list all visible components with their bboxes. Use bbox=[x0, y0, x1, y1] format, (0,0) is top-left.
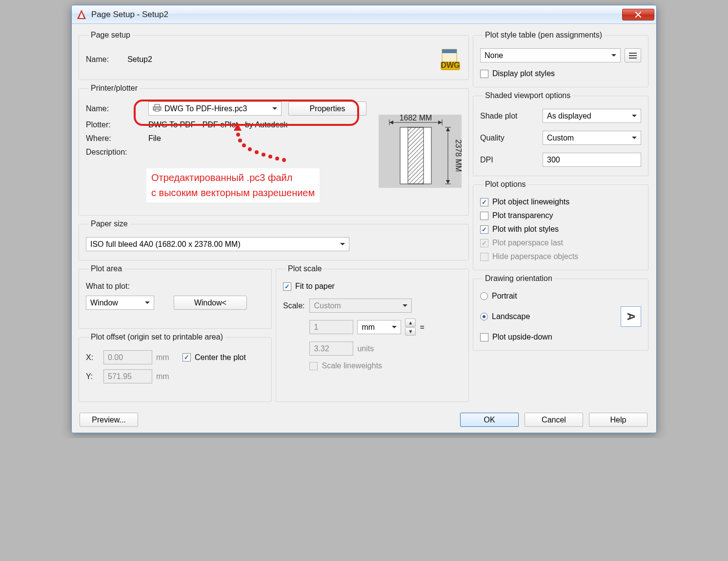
center-the-plot-checkbox[interactable]: Center the plot bbox=[182, 353, 264, 362]
display-plot-styles-checkbox[interactable]: Display plot styles bbox=[480, 69, 641, 78]
window-pick-button[interactable]: Window< bbox=[174, 296, 247, 310]
plot-upside-down-checkbox[interactable]: Plot upside-down bbox=[480, 333, 641, 341]
checkbox-icon bbox=[309, 362, 318, 370]
paper-size-dropdown[interactable]: ISO full bleed 4A0 (1682.00 x 2378.00 MM… bbox=[86, 237, 349, 251]
scale-unit-dropdown[interactable]: mm bbox=[357, 320, 401, 334]
what-to-plot-label: What to plot: bbox=[86, 282, 264, 291]
quality-label: Quality bbox=[480, 134, 538, 142]
plot-options-legend: Plot options bbox=[483, 180, 528, 189]
plot-style-edit-button[interactable] bbox=[625, 48, 641, 62]
dialog-window: Page Setup - Setup2 Page setup Name: Set… bbox=[71, 5, 657, 433]
app-icon bbox=[76, 9, 87, 20]
dwg-icon: DWG bbox=[439, 48, 462, 71]
offset-y-input[interactable]: 571.95 bbox=[103, 369, 152, 383]
titlebar: Page Setup - Setup2 bbox=[72, 5, 656, 24]
annotation-text: Отредактированный .pc3 файл с высоким ве… bbox=[146, 168, 320, 202]
checkbox-icon bbox=[182, 353, 191, 361]
plotter-icon bbox=[153, 104, 162, 114]
printer-name-label: Name: bbox=[86, 104, 143, 113]
plot-with-styles-checkbox[interactable]: Plot with plot styles bbox=[480, 225, 641, 234]
printer-name-dropdown[interactable]: DWG To PDF-Hires.pc3 bbox=[148, 101, 282, 116]
offset-x-label: X: bbox=[86, 353, 100, 362]
checkbox-icon bbox=[480, 253, 488, 261]
svg-point-15 bbox=[275, 157, 279, 160]
equals-label: = bbox=[420, 323, 424, 332]
plot-style-table-dropdown[interactable]: None bbox=[480, 48, 621, 62]
page-setup-legend: Page setup bbox=[89, 31, 132, 40]
paper-preview: 1682 MM 2378 MM bbox=[379, 115, 462, 188]
drawing-orientation-legend: Drawing orientation bbox=[483, 274, 554, 283]
cancel-button[interactable]: Cancel bbox=[525, 413, 583, 427]
where-label: Where: bbox=[86, 134, 143, 143]
plot-style-table-legend: Plot style table (pen assignments) bbox=[483, 31, 604, 40]
offset-x-unit: mm bbox=[156, 353, 179, 362]
window-close-button[interactable] bbox=[622, 9, 654, 20]
svg-rect-26 bbox=[408, 127, 424, 184]
offset-x-input[interactable]: 0.00 bbox=[103, 350, 152, 364]
svg-rect-6 bbox=[155, 109, 159, 111]
scale-denominator-input[interactable]: 3.32 bbox=[309, 341, 353, 356]
quality-dropdown[interactable]: Custom bbox=[543, 131, 641, 145]
plotter-label: Plotter: bbox=[86, 120, 143, 129]
orientation-portrait-radio[interactable]: Portrait bbox=[480, 292, 517, 301]
dialog-body: Page setup Name: Setup2 DWG bbox=[72, 24, 656, 433]
plot-paperspace-last-checkbox: Plot paperspace last bbox=[480, 239, 641, 247]
svg-rect-35 bbox=[629, 58, 637, 59]
drawing-orientation-group: Drawing orientation Portrait Landscape bbox=[473, 274, 648, 351]
plot-scale-legend: Plot scale bbox=[286, 264, 324, 273]
what-to-plot-dropdown[interactable]: Window bbox=[86, 296, 154, 310]
plot-lineweights-checkbox[interactable]: Plot object lineweights bbox=[480, 198, 641, 206]
checkbox-icon bbox=[480, 198, 488, 206]
scale-dropdown[interactable]: Custom bbox=[309, 299, 412, 313]
checkbox-icon bbox=[480, 333, 488, 341]
plot-offset-legend: Plot offset (origin set to printable are… bbox=[89, 333, 225, 341]
svg-text:1682 MM: 1682 MM bbox=[400, 114, 432, 122]
shade-plot-dropdown[interactable]: As displayed bbox=[543, 109, 641, 123]
ok-button[interactable]: OK bbox=[460, 413, 519, 427]
svg-rect-33 bbox=[629, 53, 637, 54]
plot-scale-group: Plot scale Fit to paper Scale: Custom bbox=[276, 264, 469, 402]
preview-button[interactable]: Preview... bbox=[80, 413, 138, 427]
svg-rect-1 bbox=[442, 49, 457, 53]
dpi-label: DPI bbox=[480, 156, 538, 164]
paper-size-group: Paper size ISO full bleed 4A0 (1682.00 x… bbox=[79, 220, 469, 260]
shaded-viewport-legend: Shaded viewport options bbox=[483, 91, 572, 100]
checkbox-icon bbox=[480, 225, 488, 234]
plot-transparency-checkbox[interactable]: Plot transparency bbox=[480, 211, 641, 220]
paper-size-legend: Paper size bbox=[89, 220, 130, 228]
plot-style-table-group: Plot style table (pen assignments) None … bbox=[473, 31, 648, 87]
svg-text:DWG: DWG bbox=[441, 61, 460, 69]
orientation-landscape-radio[interactable]: Landscape bbox=[480, 312, 530, 321]
scale-unit-inc-button[interactable]: ▲ bbox=[405, 319, 416, 327]
where-value: File bbox=[148, 134, 366, 143]
svg-rect-5 bbox=[155, 104, 160, 107]
list-icon bbox=[628, 52, 637, 60]
shade-plot-label: Shade plot bbox=[480, 112, 538, 120]
checkbox-icon bbox=[283, 282, 291, 291]
fit-to-paper-checkbox[interactable]: Fit to paper bbox=[283, 282, 462, 291]
svg-text:2378 MM: 2378 MM bbox=[454, 140, 463, 172]
checkbox-icon bbox=[480, 70, 488, 78]
svg-rect-34 bbox=[629, 55, 637, 56]
scale-numerator-input[interactable]: 1 bbox=[309, 320, 353, 334]
scale-unit-dec-button[interactable]: ▼ bbox=[405, 327, 416, 336]
plotter-value: DWG To PDF - PDF ePlot - by Autodesk bbox=[148, 120, 366, 129]
dpi-input[interactable]: 300 bbox=[543, 153, 641, 167]
printer-plotter-legend: Printer/plotter bbox=[89, 84, 140, 93]
page-setup-name-label: Name: bbox=[86, 55, 109, 64]
help-button[interactable]: Help bbox=[589, 413, 647, 427]
page-setup-group: Page setup Name: Setup2 DWG bbox=[79, 31, 469, 80]
plot-offset-group: Plot offset (origin set to printable are… bbox=[79, 333, 272, 402]
plot-area-group: Plot area What to plot: Window Window< bbox=[79, 264, 272, 329]
printer-plotter-group: Printer/plotter Name: DWG To PDF-Hires.p… bbox=[79, 84, 469, 216]
plot-area-legend: Plot area bbox=[89, 264, 124, 273]
hide-paperspace-objects-checkbox: Hide paperspace objects bbox=[480, 252, 641, 261]
scale-lineweights-checkbox: Scale lineweights bbox=[309, 361, 462, 370]
shaded-viewport-group: Shaded viewport options Shade plot As di… bbox=[473, 91, 648, 176]
description-label: Description: bbox=[86, 148, 143, 157]
left-column: Page setup Name: Setup2 DWG bbox=[79, 31, 469, 406]
printer-properties-button[interactable]: Properties bbox=[288, 101, 366, 116]
checkbox-icon bbox=[480, 239, 488, 247]
offset-y-label: Y: bbox=[86, 372, 100, 381]
checkbox-icon bbox=[480, 212, 488, 220]
